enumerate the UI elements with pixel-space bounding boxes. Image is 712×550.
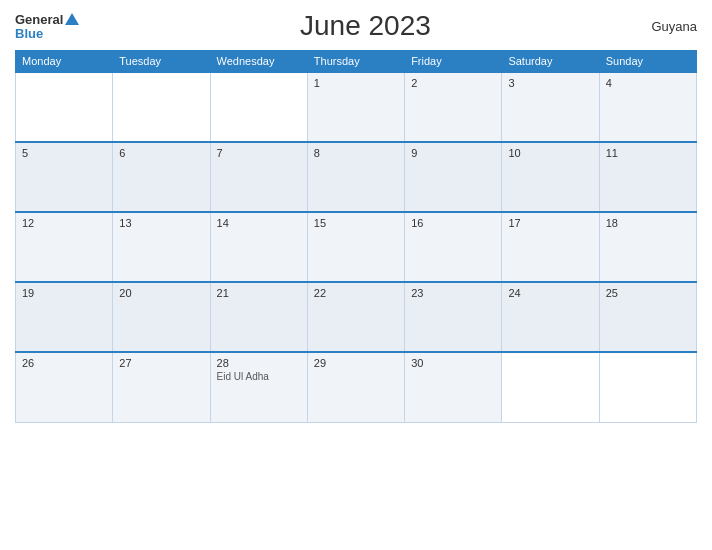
header-monday: Monday	[16, 51, 113, 73]
day-number: 30	[411, 357, 495, 369]
day-number: 23	[411, 287, 495, 299]
calendar-day: 25	[599, 282, 696, 352]
day-number: 7	[217, 147, 301, 159]
calendar-day	[210, 72, 307, 142]
header-thursday: Thursday	[307, 51, 404, 73]
calendar-day: 19	[16, 282, 113, 352]
day-number: 14	[217, 217, 301, 229]
event-label: Eid Ul Adha	[217, 371, 301, 382]
day-number: 29	[314, 357, 398, 369]
calendar-day: 14	[210, 212, 307, 282]
day-number: 11	[606, 147, 690, 159]
day-number: 21	[217, 287, 301, 299]
day-number: 28	[217, 357, 301, 369]
day-number: 9	[411, 147, 495, 159]
day-number: 5	[22, 147, 106, 159]
day-number: 27	[119, 357, 203, 369]
calendar-day: 26	[16, 352, 113, 422]
logo-blue-text: Blue	[15, 27, 43, 40]
calendar-day: 24	[502, 282, 599, 352]
calendar-day: 9	[405, 142, 502, 212]
calendar-day: 4	[599, 72, 696, 142]
day-number: 3	[508, 77, 592, 89]
day-number: 4	[606, 77, 690, 89]
calendar-day: 20	[113, 282, 210, 352]
day-number: 8	[314, 147, 398, 159]
calendar-week-row: 262728Eid Ul Adha2930	[16, 352, 697, 422]
month-title: June 2023	[300, 10, 431, 42]
calendar-day: 13	[113, 212, 210, 282]
day-number: 16	[411, 217, 495, 229]
calendar-day: 16	[405, 212, 502, 282]
calendar-day: 6	[113, 142, 210, 212]
day-number: 25	[606, 287, 690, 299]
calendar-day: 1	[307, 72, 404, 142]
days-header-row: Monday Tuesday Wednesday Thursday Friday…	[16, 51, 697, 73]
day-number: 17	[508, 217, 592, 229]
day-number: 18	[606, 217, 690, 229]
calendar-day: 27	[113, 352, 210, 422]
calendar-day: 18	[599, 212, 696, 282]
calendar-day	[502, 352, 599, 422]
calendar-day: 2	[405, 72, 502, 142]
day-number: 1	[314, 77, 398, 89]
calendar-week-row: 567891011	[16, 142, 697, 212]
calendar-day: 10	[502, 142, 599, 212]
calendar-day	[599, 352, 696, 422]
calendar-day: 17	[502, 212, 599, 282]
calendar-day: 11	[599, 142, 696, 212]
day-number: 19	[22, 287, 106, 299]
calendar-day: 12	[16, 212, 113, 282]
header-tuesday: Tuesday	[113, 51, 210, 73]
day-number: 13	[119, 217, 203, 229]
day-number: 6	[119, 147, 203, 159]
calendar-page: General Blue June 2023 Guyana Monday Tue…	[0, 0, 712, 550]
calendar-day: 21	[210, 282, 307, 352]
calendar-header: Monday Tuesday Wednesday Thursday Friday…	[16, 51, 697, 73]
calendar-body: 1234567891011121314151617181920212223242…	[16, 72, 697, 422]
logo: General Blue	[15, 12, 79, 40]
calendar-day: 23	[405, 282, 502, 352]
day-number: 20	[119, 287, 203, 299]
day-number: 10	[508, 147, 592, 159]
country-label: Guyana	[651, 19, 697, 34]
logo-general-text: General	[15, 12, 63, 27]
calendar-day: 29	[307, 352, 404, 422]
calendar-week-row: 12131415161718	[16, 212, 697, 282]
calendar-day: 22	[307, 282, 404, 352]
day-number: 12	[22, 217, 106, 229]
calendar-week-row: 1234	[16, 72, 697, 142]
page-header: General Blue June 2023 Guyana	[15, 10, 697, 42]
day-number: 26	[22, 357, 106, 369]
calendar-day: 5	[16, 142, 113, 212]
calendar-day: 15	[307, 212, 404, 282]
calendar-day	[113, 72, 210, 142]
calendar-day: 3	[502, 72, 599, 142]
header-friday: Friday	[405, 51, 502, 73]
day-number: 22	[314, 287, 398, 299]
header-sunday: Sunday	[599, 51, 696, 73]
calendar-day: 28Eid Ul Adha	[210, 352, 307, 422]
header-saturday: Saturday	[502, 51, 599, 73]
calendar-table: Monday Tuesday Wednesday Thursday Friday…	[15, 50, 697, 423]
calendar-day: 30	[405, 352, 502, 422]
header-wednesday: Wednesday	[210, 51, 307, 73]
day-number: 15	[314, 217, 398, 229]
calendar-day	[16, 72, 113, 142]
calendar-week-row: 19202122232425	[16, 282, 697, 352]
day-number: 2	[411, 77, 495, 89]
logo-triangle-icon	[65, 13, 79, 25]
calendar-day: 8	[307, 142, 404, 212]
day-number: 24	[508, 287, 592, 299]
calendar-day: 7	[210, 142, 307, 212]
